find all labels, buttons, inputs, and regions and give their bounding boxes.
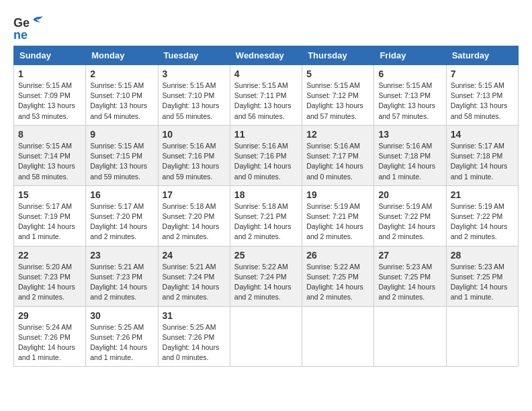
day-info: Sunrise: 5:21 AMSunset: 7:24 PMDaylight:… [163,262,226,303]
day-number: 17 [163,189,226,200]
day-of-week-header: Tuesday [158,46,230,65]
day-info: Sunrise: 5:15 AMSunset: 7:11 PMDaylight:… [234,81,298,122]
day-info: Sunrise: 5:19 AMSunset: 7:22 PMDaylight:… [451,201,514,242]
day-info: Sunrise: 5:16 AMSunset: 7:18 PMDaylight:… [378,141,441,182]
day-info: Sunrise: 5:19 AMSunset: 7:22 PMDaylight:… [378,201,441,242]
day-info: Sunrise: 5:23 AMSunset: 7:25 PMDaylight:… [378,262,441,303]
calendar-week-row: 15Sunrise: 5:17 AMSunset: 7:19 PMDayligh… [14,185,519,246]
calendar-cell [302,306,374,367]
day-info: Sunrise: 5:16 AMSunset: 7:16 PMDaylight:… [163,141,226,182]
day-number: 15 [18,189,81,200]
calendar-cell: 26Sunrise: 5:22 AMSunset: 7:25 PMDayligh… [302,246,374,306]
day-info: Sunrise: 5:17 AMSunset: 7:19 PMDaylight:… [18,201,81,242]
svg-text:ne: ne [13,28,28,40]
day-number: 13 [378,129,441,140]
logo-icon: Ge ne [13,13,46,40]
day-number: 26 [306,250,369,261]
day-info: Sunrise: 5:18 AMSunset: 7:20 PMDaylight:… [163,201,226,242]
day-of-week-header: Thursday [302,46,374,65]
calendar-cell [230,306,302,367]
calendar-cell: 27Sunrise: 5:23 AMSunset: 7:25 PMDayligh… [374,246,446,306]
day-number: 6 [378,68,441,79]
calendar-cell: 5Sunrise: 5:15 AMSunset: 7:12 PMDaylight… [302,65,374,126]
day-number: 31 [163,310,226,321]
day-number: 28 [451,250,514,261]
day-number: 14 [451,129,514,140]
calendar-cell: 18Sunrise: 5:18 AMSunset: 7:21 PMDayligh… [230,185,302,246]
day-number: 5 [306,68,369,79]
day-info: Sunrise: 5:16 AMSunset: 7:17 PMDaylight:… [306,141,369,182]
calendar-cell: 16Sunrise: 5:17 AMSunset: 7:20 PMDayligh… [86,185,158,246]
day-number: 30 [90,310,153,321]
day-number: 12 [306,129,369,140]
day-number: 1 [18,68,81,79]
day-number: 18 [234,189,298,200]
day-number: 22 [18,250,81,261]
calendar-cell: 11Sunrise: 5:16 AMSunset: 7:16 PMDayligh… [230,125,302,185]
day-info: Sunrise: 5:20 AMSunset: 7:23 PMDaylight:… [18,262,81,303]
calendar-cell: 7Sunrise: 5:15 AMSunset: 7:13 PMDaylight… [446,65,518,126]
day-info: Sunrise: 5:15 AMSunset: 7:10 PMDaylight:… [163,81,226,122]
calendar-cell [446,306,518,367]
day-number: 3 [163,68,226,79]
calendar-cell: 14Sunrise: 5:17 AMSunset: 7:18 PMDayligh… [446,125,518,185]
calendar-cell: 22Sunrise: 5:20 AMSunset: 7:23 PMDayligh… [14,246,86,306]
day-info: Sunrise: 5:15 AMSunset: 7:14 PMDaylight:… [18,141,81,182]
day-number: 27 [378,250,441,261]
calendar-cell: 30Sunrise: 5:25 AMSunset: 7:26 PMDayligh… [86,306,158,367]
day-number: 25 [234,250,298,261]
day-info: Sunrise: 5:17 AMSunset: 7:20 PMDaylight:… [90,201,153,242]
calendar-cell: 1Sunrise: 5:15 AMSunset: 7:09 PMDaylight… [14,65,86,126]
day-number: 19 [306,189,369,200]
day-number: 11 [234,129,298,140]
day-of-week-header: Wednesday [230,46,302,65]
day-info: Sunrise: 5:25 AMSunset: 7:26 PMDaylight:… [90,322,153,363]
day-info: Sunrise: 5:15 AMSunset: 7:13 PMDaylight:… [378,81,441,122]
day-info: Sunrise: 5:18 AMSunset: 7:21 PMDaylight:… [234,201,298,242]
day-number: 2 [90,68,153,79]
day-info: Sunrise: 5:24 AMSunset: 7:26 PMDaylight:… [18,322,81,363]
day-info: Sunrise: 5:16 AMSunset: 7:16 PMDaylight:… [234,141,298,182]
day-number: 10 [163,129,226,140]
logo: Ge ne [13,13,48,40]
day-number: 9 [90,129,153,140]
calendar-week-row: 22Sunrise: 5:20 AMSunset: 7:23 PMDayligh… [14,246,519,306]
day-info: Sunrise: 5:23 AMSunset: 7:25 PMDaylight:… [451,262,514,303]
day-info: Sunrise: 5:17 AMSunset: 7:18 PMDaylight:… [451,141,514,182]
calendar-table: SundayMondayTuesdayWednesdayThursdayFrid… [13,46,519,367]
calendar-cell: 25Sunrise: 5:22 AMSunset: 7:24 PMDayligh… [230,246,302,306]
calendar-cell: 12Sunrise: 5:16 AMSunset: 7:17 PMDayligh… [302,125,374,185]
svg-text:Ge: Ge [13,16,30,30]
calendar-cell: 31Sunrise: 5:25 AMSunset: 7:26 PMDayligh… [158,306,230,367]
calendar-cell: 23Sunrise: 5:21 AMSunset: 7:23 PMDayligh… [86,246,158,306]
calendar-cell: 3Sunrise: 5:15 AMSunset: 7:10 PMDaylight… [158,65,230,126]
day-of-week-header: Friday [374,46,446,65]
day-of-week-header: Sunday [14,46,86,65]
day-info: Sunrise: 5:15 AMSunset: 7:09 PMDaylight:… [18,81,81,122]
calendar-cell: 4Sunrise: 5:15 AMSunset: 7:11 PMDaylight… [230,65,302,126]
calendar-cell: 21Sunrise: 5:19 AMSunset: 7:22 PMDayligh… [446,185,518,246]
day-info: Sunrise: 5:15 AMSunset: 7:12 PMDaylight:… [306,81,369,122]
calendar-cell: 10Sunrise: 5:16 AMSunset: 7:16 PMDayligh… [158,125,230,185]
calendar-cell: 17Sunrise: 5:18 AMSunset: 7:20 PMDayligh… [158,185,230,246]
day-number: 8 [18,129,81,140]
calendar-header: SundayMondayTuesdayWednesdayThursdayFrid… [14,46,519,65]
day-number: 7 [451,68,514,79]
day-number: 20 [378,189,441,200]
day-info: Sunrise: 5:15 AMSunset: 7:13 PMDaylight:… [451,81,514,122]
calendar-cell: 15Sunrise: 5:17 AMSunset: 7:19 PMDayligh… [14,185,86,246]
calendar-cell: 29Sunrise: 5:24 AMSunset: 7:26 PMDayligh… [14,306,86,367]
day-number: 24 [163,250,226,261]
calendar-week-row: 1Sunrise: 5:15 AMSunset: 7:09 PMDaylight… [14,65,519,126]
calendar-cell: 8Sunrise: 5:15 AMSunset: 7:14 PMDaylight… [14,125,86,185]
day-of-week-header: Monday [86,46,158,65]
day-info: Sunrise: 5:22 AMSunset: 7:25 PMDaylight:… [306,262,369,303]
calendar-cell: 9Sunrise: 5:15 AMSunset: 7:15 PMDaylight… [86,125,158,185]
day-info: Sunrise: 5:22 AMSunset: 7:24 PMDaylight:… [234,262,298,303]
calendar-cell: 28Sunrise: 5:23 AMSunset: 7:25 PMDayligh… [446,246,518,306]
day-info: Sunrise: 5:15 AMSunset: 7:15 PMDaylight:… [90,141,153,182]
day-number: 21 [451,189,514,200]
calendar-cell: 6Sunrise: 5:15 AMSunset: 7:13 PMDaylight… [374,65,446,126]
day-number: 23 [90,250,153,261]
calendar-week-row: 8Sunrise: 5:15 AMSunset: 7:14 PMDaylight… [14,125,519,185]
